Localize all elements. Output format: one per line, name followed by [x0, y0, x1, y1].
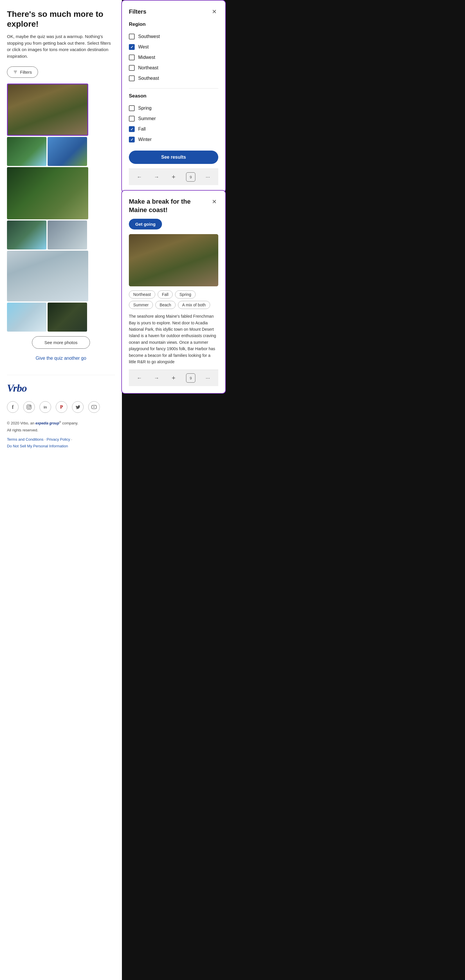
instagram-icon[interactable]	[23, 401, 35, 413]
checkbox-spring-box[interactable]	[129, 105, 135, 111]
twitter-icon[interactable]	[72, 401, 84, 413]
photo-row-3	[7, 302, 115, 332]
browser-bar-maine: ← → + 9 ···	[129, 370, 218, 386]
checkbox-winter[interactable]: Winter	[129, 134, 218, 145]
panel-title: Filters	[129, 8, 146, 15]
photo-large-top[interactable]	[7, 84, 88, 136]
tags-container: Northeast Fall Spring Summer Beach A mix…	[129, 290, 218, 309]
main-heading: There's so much more to explore!	[7, 9, 115, 29]
checkbox-spring[interactable]: Spring	[129, 103, 218, 113]
tab-indicator-filters[interactable]: 9	[186, 172, 195, 181]
checkbox-summer-box[interactable]	[129, 116, 135, 122]
maine-panel: ✕ Make a break for the Maine coast! Get …	[121, 190, 226, 394]
filters-button[interactable]: Filters	[7, 67, 38, 78]
svg-point-4	[28, 406, 30, 408]
checkbox-northeast[interactable]: Northeast	[129, 63, 218, 73]
checkbox-midwest-label: Midwest	[138, 55, 155, 60]
checkbox-summer-label: Summer	[138, 116, 156, 121]
see-more-photos-button[interactable]: See more photos	[32, 336, 90, 349]
browser-bar-filters: ← → + 9 ···	[129, 169, 218, 185]
more-button-maine[interactable]: ···	[203, 373, 212, 383]
privacy-link[interactable]: Privacy Policy	[47, 437, 70, 442]
checkbox-fall-label: Fall	[138, 126, 146, 132]
filters-panel: Filters ✕ Region Southwest West Midwest …	[121, 0, 226, 192]
youtube-icon[interactable]	[88, 401, 100, 413]
footer-links: Terms and Conditions · Privacy Policy · …	[7, 436, 115, 450]
maine-description: The seashore along Maine's fabled French…	[129, 313, 218, 365]
photo-river[interactable]	[48, 137, 87, 166]
forward-button-maine[interactable]: →	[152, 373, 161, 383]
season-checkboxes: Spring Summer Fall Winter	[129, 103, 218, 145]
photo-cabin[interactable]	[48, 302, 87, 332]
checkbox-northeast-label: Northeast	[138, 65, 158, 70]
photo-row-2	[7, 221, 115, 250]
see-results-button[interactable]: See results	[129, 151, 218, 164]
filters-label: Filters	[20, 70, 32, 75]
tag-northeast: Northeast	[129, 290, 155, 299]
svg-rect-3	[27, 405, 31, 409]
tag-fall: Fall	[158, 290, 173, 299]
checkbox-southwest-box[interactable]	[129, 33, 135, 40]
quiz-link[interactable]: Give the quiz another go	[7, 356, 115, 361]
plus-button-maine[interactable]: +	[169, 373, 178, 383]
linkedin-icon[interactable]: in	[40, 401, 51, 413]
do-not-sell-link[interactable]: Do Not Sell My Personal Information	[7, 444, 68, 448]
forward-button-filters[interactable]: →	[152, 172, 161, 181]
checkbox-southwest-label: Southwest	[138, 34, 160, 39]
svg-marker-6	[94, 406, 95, 408]
pinterest-icon[interactable]: P	[56, 401, 67, 413]
checkbox-summer[interactable]: Summer	[129, 113, 218, 124]
tag-summer: Summer	[129, 301, 153, 309]
photo-beach[interactable]	[7, 302, 46, 332]
checkbox-west-label: West	[138, 45, 149, 49]
tab-indicator-maine[interactable]: 9	[186, 373, 195, 383]
checkbox-spring-label: Spring	[138, 106, 151, 111]
filter-icon	[13, 70, 18, 75]
checkbox-midwest-box[interactable]	[129, 54, 135, 60]
panel-header: Filters ✕	[129, 8, 218, 16]
plus-button-filters[interactable]: +	[169, 172, 178, 181]
photo-beach-house[interactable]	[7, 251, 88, 301]
sub-text: OK, maybe the quiz was just a warmup. No…	[7, 33, 115, 59]
close-filters-button[interactable]: ✕	[210, 8, 218, 16]
maine-panel-header: ✕ Make a break for the Maine coast!	[129, 197, 218, 214]
checkbox-southeast[interactable]: Southeast	[129, 73, 218, 84]
footer-copyright: © 2020 Vrbo, an expedia group® company. …	[7, 420, 115, 433]
checkbox-southeast-box[interactable]	[129, 75, 135, 81]
facebook-icon[interactable]: f	[7, 401, 19, 413]
checkbox-west-box[interactable]	[129, 44, 135, 50]
photo-people[interactable]	[7, 167, 88, 220]
vrbo-logo: Vrbo	[7, 382, 115, 394]
checkbox-winter-box[interactable]	[129, 137, 135, 142]
left-panel: There's so much more to explore! OK, may…	[0, 0, 122, 980]
tag-beach: Beach	[155, 301, 175, 309]
season-label: Season	[129, 93, 218, 99]
checkbox-southeast-label: Southeast	[138, 76, 159, 81]
maine-photo[interactable]	[129, 234, 218, 286]
back-button-maine[interactable]: ←	[135, 373, 144, 383]
photo-row-1	[7, 137, 115, 166]
checkbox-west[interactable]: West	[129, 42, 218, 52]
terms-link[interactable]: Terms and Conditions	[7, 437, 43, 442]
back-button-filters[interactable]: ←	[135, 172, 144, 181]
svg-point-5	[30, 406, 30, 406]
close-maine-button[interactable]: ✕	[210, 197, 218, 206]
more-button-filters[interactable]: ···	[203, 172, 212, 181]
get-going-button[interactable]: Get going	[129, 219, 162, 229]
checkbox-winter-label: Winter	[138, 137, 151, 142]
section-divider	[129, 88, 218, 89]
region-checkboxes: Southwest West Midwest Northeast Southea…	[129, 31, 218, 84]
checkbox-northeast-box[interactable]	[129, 65, 135, 71]
social-icons: f in P	[7, 401, 115, 413]
photo-aerial[interactable]	[7, 221, 46, 250]
checkbox-fall[interactable]: Fall	[129, 124, 218, 134]
checkbox-southwest[interactable]: Southwest	[129, 31, 218, 42]
footer: Vrbo f in P	[7, 375, 115, 459]
maine-title: Make a break for the Maine coast!	[129, 197, 218, 214]
checkbox-midwest[interactable]: Midwest	[129, 52, 218, 63]
photo-house[interactable]	[48, 221, 87, 250]
photo-lake[interactable]	[7, 137, 46, 166]
region-label: Region	[129, 21, 218, 27]
tag-spring: Spring	[175, 290, 195, 299]
checkbox-fall-box[interactable]	[129, 126, 135, 132]
